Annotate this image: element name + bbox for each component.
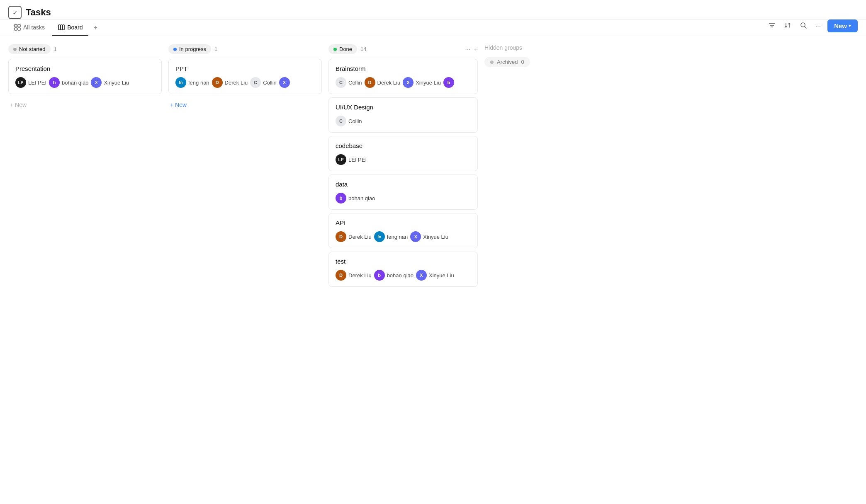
avatar-bohan-test: b: [374, 270, 385, 281]
add-new-in-progress[interactable]: + New: [168, 97, 322, 112]
grid-icon: [14, 24, 21, 31]
task-members-presentation: LP LEI PEI b bohan qiao X Xinyue Liu: [15, 77, 155, 88]
search-icon[interactable]: [798, 20, 809, 32]
status-label-not-started: Not started: [19, 46, 46, 52]
task-card-api[interactable]: API D Derek Liu fn feng nan X Xinyue Liu: [328, 213, 478, 248]
more-icon[interactable]: ···: [814, 21, 822, 32]
filter-icon[interactable]: [766, 20, 777, 32]
status-dot-not-started: [13, 48, 17, 51]
status-badge-not-started[interactable]: Not started: [8, 44, 51, 54]
add-new-not-started[interactable]: + New: [8, 97, 162, 112]
hidden-groups-column: Hidden groups Archived 0: [484, 44, 567, 67]
tab-add-button[interactable]: +: [90, 20, 100, 36]
member-derek-test: D Derek Liu: [336, 270, 372, 281]
add-new-not-started-label: + New: [10, 102, 27, 108]
member-label-collin-ppt: Collin: [263, 80, 277, 86]
member-leip: LP LEI PEI: [15, 77, 46, 88]
column-done: Done 14 ··· + Brainstorm C Collin D Dere…: [328, 44, 478, 290]
task-title-ppt: PPT: [175, 65, 315, 72]
member-label-xinyue-test: Xinyue Liu: [429, 272, 454, 279]
task-members-codebase: LP LEI PEI: [336, 154, 471, 165]
member-fengnan-ppt: fn feng nan: [175, 77, 209, 88]
task-members-uiux: C Collin: [336, 116, 471, 126]
title-area: ✓ Tasks: [8, 6, 51, 19]
toolbar-right: ··· New ▾: [766, 19, 858, 36]
task-members-data: b bohan qiao: [336, 193, 471, 204]
member-fengnan-api: fn feng nan: [374, 231, 408, 242]
sort-icon[interactable]: [782, 20, 793, 32]
board-icon: [58, 24, 65, 31]
done-more-button[interactable]: ···: [465, 46, 470, 53]
task-members-test: D Derek Liu b bohan qiao X Xinyue Liu: [336, 270, 471, 281]
member-label-xinyue-bs: Xinyue Liu: [416, 80, 441, 86]
task-card-test[interactable]: test D Derek Liu b bohan qiao X Xinyue L…: [328, 252, 478, 287]
svg-rect-5: [61, 25, 62, 30]
member-collin-uiux: C Collin: [336, 116, 362, 126]
member-bohan-data: b bohan qiao: [336, 193, 375, 204]
avatar-derek-bs: D: [365, 77, 375, 88]
avatar-derek-test: D: [336, 270, 346, 281]
tab-all-tasks-label: All tasks: [23, 24, 45, 31]
member-xinyue-test: X Xinyue Liu: [416, 270, 454, 281]
task-title-test: test: [336, 258, 471, 265]
task-title-api: API: [336, 219, 471, 226]
column-header-not-started: Not started 1: [8, 44, 162, 54]
status-badge-done[interactable]: Done: [328, 44, 357, 54]
member-label-leip: LEI PEI: [28, 80, 46, 86]
tab-all-tasks[interactable]: All tasks: [8, 20, 51, 36]
avatar-fengnan-ppt: fn: [175, 77, 186, 88]
svg-rect-0: [15, 24, 17, 27]
task-card-codebase[interactable]: codebase LP LEI PEI: [328, 136, 478, 171]
avatar-collin-uiux: C: [336, 116, 346, 126]
task-card-ppt[interactable]: PPT fn feng nan D Derek Liu C Collin X: [168, 59, 322, 94]
task-card-data[interactable]: data b bohan qiao: [328, 174, 478, 210]
app-header: ✓ Tasks: [0, 0, 866, 19]
member-label-derek-bs: Derek Liu: [377, 80, 401, 86]
task-title-presentation: Presentation: [15, 65, 155, 72]
avatar-bohan: b: [49, 77, 60, 88]
column-actions-done: ··· +: [465, 46, 478, 53]
new-button-label: New: [834, 22, 847, 29]
member-derek-api: D Derek Liu: [336, 231, 372, 242]
member-bohan-test: b bohan qiao: [374, 270, 414, 281]
member-label-leip-cb: LEI PEI: [348, 157, 367, 163]
archived-badge[interactable]: Archived 0: [484, 57, 530, 67]
status-badge-in-progress[interactable]: In progress: [168, 44, 211, 54]
tab-board[interactable]: Board: [52, 20, 88, 36]
member-derek-ppt: D Derek Liu: [212, 77, 248, 88]
task-card-brainstorm[interactable]: Brainstorm C Collin D Derek Liu X Xinyue…: [328, 59, 478, 94]
hidden-groups-title: Hidden groups: [484, 44, 567, 51]
member-label-derek-ppt: Derek Liu: [225, 80, 248, 86]
member-label-collin-bs: Collin: [348, 80, 362, 86]
svg-line-11: [805, 27, 806, 28]
member-bohan-bs: b: [443, 77, 454, 88]
tab-board-label: Board: [67, 24, 83, 31]
done-add-button[interactable]: +: [474, 46, 478, 53]
avatar-bohan-bs: b: [443, 77, 454, 88]
board-area: Not started 1 Presentation LP LEI PEI b …: [0, 36, 866, 494]
avatar-leip: LP: [15, 77, 26, 88]
svg-rect-4: [58, 25, 60, 30]
column-count-in-progress: 1: [214, 46, 217, 52]
avatar-bohan-data: b: [336, 193, 346, 204]
task-card-uiux[interactable]: UI/UX Design C Collin: [328, 97, 478, 133]
member-label-bohan-test: bohan qiao: [387, 272, 414, 279]
avatar-fengnan-api: fn: [374, 231, 385, 242]
task-members-api: D Derek Liu fn feng nan X Xinyue Liu: [336, 231, 471, 242]
member-x-ppt: X: [279, 77, 290, 88]
member-label-derek-test: Derek Liu: [348, 272, 372, 279]
add-new-in-progress-label: + New: [170, 102, 187, 108]
avatar-leip-cb: LP: [336, 154, 346, 165]
tabs-row: All tasks Board + ··· New ▾: [0, 19, 866, 36]
new-button[interactable]: New ▾: [827, 19, 858, 32]
task-title-uiux: UI/UX Design: [336, 104, 471, 111]
member-label-derek-api: Derek Liu: [348, 234, 372, 240]
column-count-done: 14: [360, 46, 366, 52]
status-label-done: Done: [339, 46, 352, 52]
avatar-xinyue-api: X: [410, 231, 421, 242]
avatar-collin-ppt: C: [250, 77, 261, 88]
task-title-codebase: codebase: [336, 142, 471, 149]
task-card-presentation[interactable]: Presentation LP LEI PEI b bohan qiao X X…: [8, 59, 162, 94]
avatar-collin-bs: C: [336, 77, 346, 88]
avatar-xinyue: X: [91, 77, 102, 88]
